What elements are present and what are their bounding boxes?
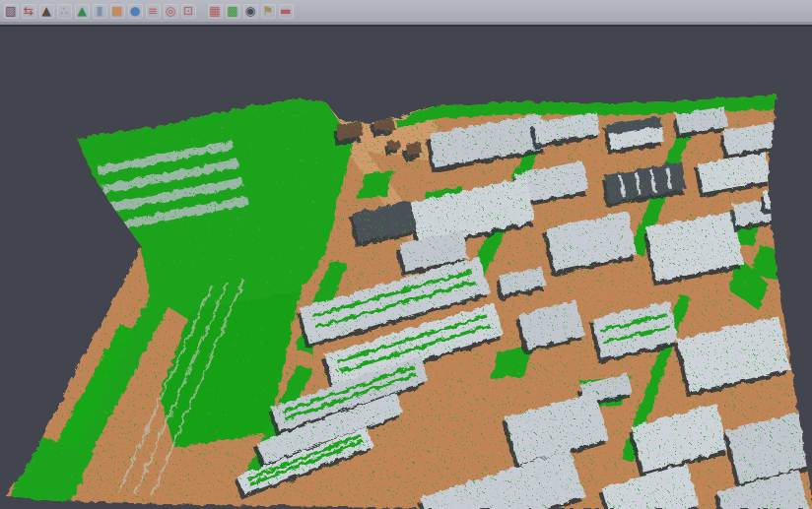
- globe-3d-icon[interactable]: ●: [128, 4, 143, 19]
- profile-view-icon[interactable]: ▮: [93, 4, 107, 19]
- select-region-icon[interactable]: ▨: [4, 4, 19, 19]
- clip-slice-icon[interactable]: ▬: [279, 4, 294, 19]
- application-window: ▨⇆▲∴▲▮■●≡◎⊡▦▩◉⚑▬: [0, 0, 812, 509]
- grid-tiles-icon[interactable]: ▦: [208, 4, 223, 19]
- target-center-icon[interactable]: ◎: [164, 4, 178, 19]
- layer-list-icon[interactable]: ≡: [146, 4, 161, 19]
- swap-view-icon[interactable]: ⇆: [22, 4, 36, 19]
- point-cloud-scene: [0, 27, 812, 509]
- classification-palette-icon[interactable]: ▩: [226, 4, 240, 19]
- ortho-tile-icon[interactable]: ■: [110, 4, 125, 19]
- terrain-elevation-icon[interactable]: ▲: [39, 4, 54, 19]
- vegetation-layer-icon[interactable]: ▲: [75, 4, 90, 19]
- viewport-3d[interactable]: [0, 25, 812, 509]
- camera-view-icon[interactable]: ◉: [243, 4, 258, 19]
- toolbar: ▨⇆▲∴▲▮■●≡◎⊡▦▩◉⚑▬: [0, 0, 812, 22]
- measure-flag-icon[interactable]: ⚑: [261, 4, 276, 19]
- zoom-extent-icon[interactable]: ⊡: [181, 4, 196, 19]
- point-density-icon[interactable]: ∴: [57, 4, 72, 19]
